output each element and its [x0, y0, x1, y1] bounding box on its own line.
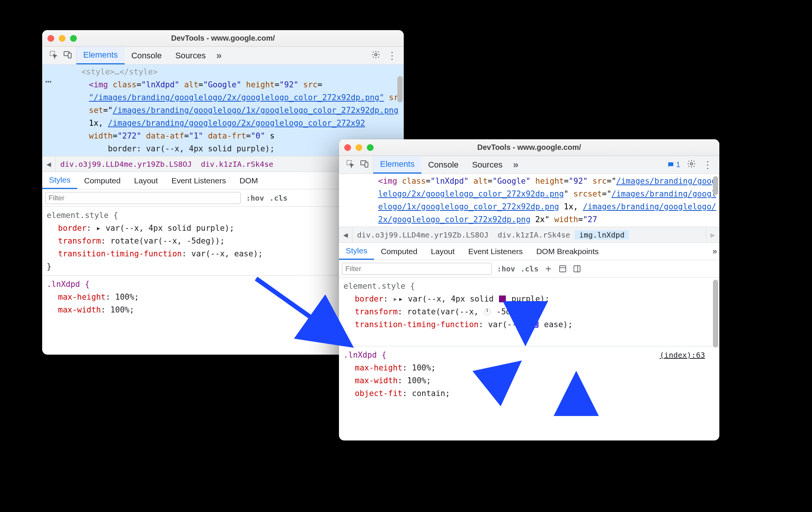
collapsed-indicator-icon[interactable]: ⋯	[45, 75, 52, 88]
styles-pane[interactable]: element.style { border: ▸▸ var(--x, 4px …	[339, 277, 719, 404]
window-title: DevTools - www.google.com/	[42, 34, 404, 43]
rendering-panel-icon[interactable]	[572, 264, 582, 273]
kebab-menu-icon[interactable]: ⋮	[703, 160, 713, 170]
dom-srcset-link-2x[interactable]: /images/branding/googlelogo/2x/googlelog…	[108, 119, 365, 128]
decl-max-height[interactable]: max-height: 100%;	[343, 361, 715, 374]
dom-scrollbar[interactable]	[713, 176, 718, 195]
svg-rect-6	[365, 162, 368, 167]
breadcrumb: ◀ div.o3j99.LLD4me.yr19Zb.LS8OJ div.k1zI…	[339, 227, 719, 243]
tab-console[interactable]: Console	[421, 156, 466, 174]
hov-toggle[interactable]: :hov	[497, 264, 515, 273]
tab-computed[interactable]: Computed	[374, 243, 424, 260]
rule-selector[interactable]: element.style {	[343, 280, 715, 293]
settings-icon[interactable]	[371, 50, 380, 61]
decl-border[interactable]: border: ▸▸ var(--x, 4px solid purple);	[343, 293, 715, 305]
inspect-icon[interactable]	[49, 50, 58, 61]
svg-rect-8	[560, 265, 566, 272]
styles-filter-input[interactable]	[45, 192, 241, 204]
styles-filter-input[interactable]	[342, 263, 492, 275]
angle-swatch-icon[interactable]	[484, 308, 491, 315]
tab-styles[interactable]: Styles	[339, 243, 374, 260]
dom-inline-style-preview: border: var(--x, 4px solid purple);	[108, 144, 275, 153]
minimize-icon[interactable]	[59, 35, 66, 42]
issues-counter[interactable]: 1	[667, 160, 680, 169]
cls-toggle[interactable]: .cls	[269, 194, 287, 203]
dom-prev-node: <style>…</style>	[47, 66, 404, 78]
more-subtabs-icon[interactable]: »	[713, 247, 719, 256]
styles-filter-bar: :hov .cls +	[339, 260, 719, 277]
breadcrumb-item[interactable]: div.o3j99.LLD4me.yr19Zb.LS8OJ	[353, 230, 493, 239]
stylesheet-source-link[interactable]: (index):63	[660, 349, 705, 361]
decl-transition-timing-function[interactable]: transition-timing-function: var(--x, eas…	[343, 318, 715, 331]
tab-dom-breakpoints[interactable]: DOM Breakpoints	[530, 243, 606, 260]
minimize-icon[interactable]	[356, 144, 362, 151]
bezier-swatch-icon[interactable]	[532, 321, 539, 328]
tab-elements[interactable]: Elements	[373, 156, 421, 174]
rule-selector[interactable]: .lnXdpd {	[343, 350, 386, 360]
decl-object-fit[interactable]: object-fit: contain;	[343, 387, 715, 400]
kebab-menu-icon[interactable]: ⋮	[387, 51, 397, 61]
tab-event-listeners[interactable]: Event Listeners	[461, 243, 530, 260]
tab-layout[interactable]: Layout	[127, 172, 165, 189]
tab-styles[interactable]: Styles	[42, 172, 77, 189]
window-title: DevTools - www.google.com/	[339, 143, 719, 152]
devtools-window-right: DevTools - www.google.com/ Elements Cons…	[339, 139, 719, 440]
hov-toggle[interactable]: :hov	[246, 194, 264, 203]
dom-src-link[interactable]: "/images/branding/googlelogo/2x/googlelo…	[89, 93, 384, 102]
breadcrumb-item[interactable]: div.o3j99.LLD4me.yr19Zb.LS8OJ	[56, 160, 196, 169]
titlebar[interactable]: DevTools - www.google.com/	[42, 30, 404, 47]
cls-toggle[interactable]: .cls	[520, 264, 539, 273]
inspect-icon[interactable]	[346, 159, 355, 171]
dom-scrollbar[interactable]	[397, 76, 403, 102]
tab-elements[interactable]: Elements	[76, 47, 125, 64]
rule-close: }	[343, 331, 715, 344]
computed-sidebar-toggle-icon[interactable]	[558, 264, 567, 273]
breadcrumb-prev-icon[interactable]: ◀	[42, 156, 56, 172]
decl-transform[interactable]: transform: rotate(var(--x, -5deg));	[343, 305, 715, 318]
breadcrumb-item[interactable]: div.k1zIA.rSk4se	[493, 230, 575, 239]
tab-event-listeners[interactable]: Event Listeners	[165, 172, 233, 189]
settings-icon[interactable]	[687, 159, 696, 171]
breadcrumb-item-selected[interactable]: img.lnXdpd	[575, 230, 629, 239]
breadcrumb-item[interactable]: div.k1zIA.rSk4se	[196, 160, 278, 169]
new-style-rule-icon[interactable]: +	[544, 264, 553, 273]
tab-sources[interactable]: Sources	[465, 156, 509, 174]
zoom-icon[interactable]	[70, 35, 77, 42]
device-toggle-icon[interactable]	[360, 159, 369, 171]
close-icon[interactable]	[344, 144, 351, 151]
more-tabs-button[interactable]: »	[509, 156, 520, 174]
tab-console[interactable]: Console	[125, 47, 169, 64]
breadcrumb-prev-icon[interactable]: ◀	[339, 227, 353, 242]
tab-layout[interactable]: Layout	[424, 243, 461, 260]
titlebar[interactable]: DevTools - www.google.com/	[339, 139, 719, 156]
styles-tabbar: Styles Computed Layout Event Listeners D…	[339, 243, 719, 260]
device-toggle-icon[interactable]	[63, 50, 72, 61]
breadcrumb-next-icon[interactable]: ▶	[706, 227, 719, 242]
svg-point-3	[375, 53, 377, 56]
svg-point-7	[690, 163, 693, 165]
traffic-lights	[344, 144, 374, 151]
zoom-icon[interactable]	[367, 144, 374, 151]
color-swatch-icon[interactable]	[499, 296, 506, 302]
main-toolbar: Elements Console Sources » ⋮	[42, 47, 404, 65]
tab-sources[interactable]: Sources	[168, 47, 212, 64]
tab-dom-breakpoints[interactable]: DOM	[233, 172, 265, 189]
tab-computed[interactable]: Computed	[77, 172, 127, 189]
dom-srcset-link-1x[interactable]: /images/branding/googlelogo/1x/googlelog…	[113, 106, 398, 115]
decl-max-width[interactable]: max-width: 100%;	[343, 374, 715, 387]
svg-rect-9	[574, 265, 580, 272]
svg-rect-2	[68, 53, 71, 58]
traffic-lights	[47, 35, 77, 42]
dom-selected-node[interactable]: <img class="lnXdpd" alt="Google" height=…	[344, 175, 719, 226]
issues-count: 1	[676, 160, 680, 169]
more-tabs-button[interactable]: »	[212, 47, 223, 64]
close-icon[interactable]	[47, 35, 54, 42]
main-toolbar: Elements Console Sources » 1 ⋮	[339, 156, 719, 174]
dom-tree[interactable]: <img class="lnXdpd" alt="Google" height=…	[339, 174, 719, 227]
styles-scrollbar[interactable]	[713, 280, 718, 347]
